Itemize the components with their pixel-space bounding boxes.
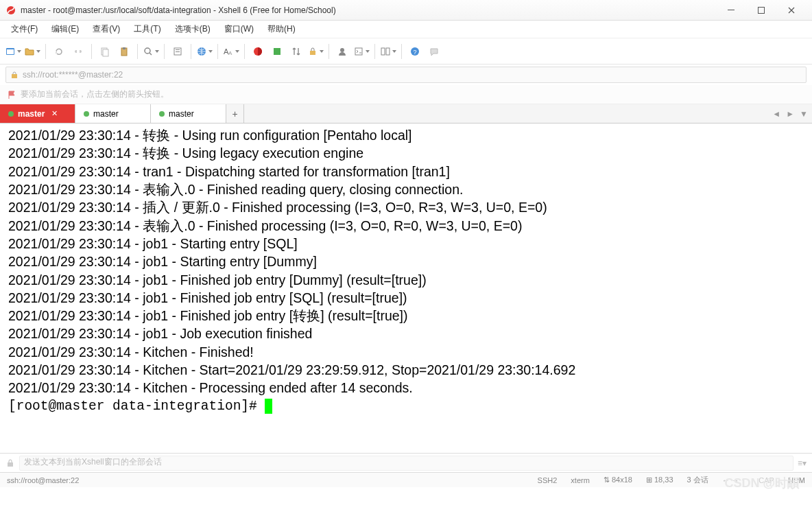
open-icon[interactable] (23, 43, 41, 60)
terminal-line: 2021/01/29 23:30:14 - 转换 - Using legacy … (8, 144, 807, 162)
terminal-line: 2021/01/29 23:30:14 - tran1 - Dispatchin… (8, 163, 807, 180)
status-proto: SSH2 (538, 476, 558, 484)
terminal-line: 2021/01/29 23:30:14 - job1 - Finished jo… (8, 289, 807, 307)
address-input[interactable]: ssh://root:******@master:22 (5, 67, 807, 83)
menu-tools[interactable]: 工具(T) (128, 21, 166, 37)
terminal-line: 2021/01/29 23:30:14 - job1 - Starting en… (8, 235, 807, 253)
status-nav-icon[interactable]: ← → ↑ (722, 476, 745, 484)
svg-rect-14 (176, 51, 180, 52)
hint-text: 要添加当前会话，点击左侧的箭头按钮。 (21, 89, 169, 100)
svg-rect-10 (123, 47, 126, 49)
separator (374, 44, 375, 59)
send-lock-icon[interactable] (5, 458, 15, 468)
tab-master-2[interactable]: master (75, 104, 151, 123)
status-term: xterm (571, 476, 590, 484)
separator (45, 44, 46, 59)
terminal-line: 2021/01/29 23:30:14 - 转换 - Using run con… (8, 126, 807, 144)
separator (217, 44, 218, 59)
globe-icon[interactable] (195, 43, 213, 60)
script-icon[interactable] (353, 43, 370, 60)
copy-icon[interactable] (96, 43, 114, 60)
terminal-prompt[interactable]: [root@master data-integration]# (8, 397, 807, 415)
app-logo-icon (5, 5, 16, 16)
menu-window[interactable]: 窗口(W) (219, 21, 259, 37)
tab-label: master (18, 109, 45, 119)
properties-icon[interactable] (169, 43, 187, 60)
chat-icon[interactable] (425, 43, 443, 60)
tab-add-button[interactable]: + (226, 104, 244, 123)
separator (137, 44, 138, 59)
svg-text:A: A (228, 50, 232, 56)
tab-label: master (93, 109, 119, 119)
new-session-icon[interactable] (4, 43, 22, 60)
title-bar: master - root@master:/usr/local/soft/dat… (0, 0, 812, 21)
highlight-icon[interactable] (268, 43, 286, 60)
menu-edit[interactable]: 编辑(E) (46, 21, 84, 37)
tab-master-3[interactable]: master (151, 104, 226, 123)
flag-icon (7, 90, 16, 99)
close-button[interactable] (776, 1, 807, 20)
reconnect-icon[interactable] (50, 43, 68, 60)
svg-rect-4 (7, 49, 14, 54)
svg-rect-23 (381, 48, 385, 55)
terminal-line: 2021/01/29 23:30:14 - Kitchen - Processi… (8, 379, 807, 397)
tab-list-icon[interactable]: ▼ (800, 109, 808, 119)
layout-icon[interactable] (379, 43, 397, 60)
menu-view[interactable]: 查看(V) (87, 21, 126, 37)
color-theme-icon[interactable] (249, 43, 267, 60)
send-menu-icon[interactable]: ≡▾ (798, 458, 807, 468)
svg-rect-8 (103, 49, 108, 56)
terminal-line: 2021/01/29 23:30:14 - 插入 / 更新.0 - Finish… (8, 198, 807, 216)
separator (164, 44, 165, 59)
minimize-button[interactable] (716, 1, 746, 20)
send-bar: 发送文本到当前Xshell窗口的全部会话 ≡▾ (0, 453, 812, 472)
address-bar: ssh://root:******@master:22 (0, 64, 812, 85)
tab-master-1[interactable]: master ✕ (0, 104, 75, 123)
send-input[interactable]: 发送文本到当前Xshell窗口的全部会话 (19, 456, 793, 471)
cursor-icon (265, 399, 272, 414)
separator (401, 44, 402, 59)
maximize-button[interactable] (746, 1, 776, 20)
menu-bar: 文件(F) 编辑(E) 查看(V) 工具(T) 选项卡(B) 窗口(W) 帮助(… (0, 21, 812, 38)
svg-rect-1 (728, 10, 735, 10)
separator (244, 44, 245, 59)
tab-label: master (169, 109, 194, 119)
separator (191, 44, 191, 59)
help-icon[interactable]: ? (406, 43, 424, 60)
svg-rect-2 (759, 7, 765, 13)
status-address: ssh://root@master:22 (7, 476, 79, 484)
tab-prev-icon[interactable]: ◄ (772, 109, 780, 119)
menu-help[interactable]: 帮助(H) (262, 21, 301, 37)
terminal-line: 2021/01/29 23:30:14 - job1 - Finished jo… (8, 271, 807, 289)
svg-rect-13 (176, 49, 180, 50)
search-icon[interactable] (142, 43, 160, 60)
tabs-nav: ◄ ► ▼ (768, 104, 812, 123)
tab-close-icon[interactable]: ✕ (51, 109, 58, 118)
svg-rect-20 (310, 51, 315, 55)
svg-point-21 (340, 48, 344, 52)
user-icon[interactable] (333, 43, 351, 60)
svg-text:?: ? (414, 49, 417, 56)
status-bar: ssh://root@master:22 SSH2 xterm ⇅ 84x18 … (0, 472, 812, 487)
svg-rect-22 (355, 48, 362, 55)
lock-small-icon (10, 71, 19, 79)
svg-rect-6 (77, 48, 80, 55)
separator (91, 44, 92, 59)
status-dot-icon (8, 111, 14, 117)
menu-tabs[interactable]: 选项卡(B) (169, 21, 216, 37)
menu-file[interactable]: 文件(F) (5, 21, 43, 37)
font-icon[interactable]: AA (222, 43, 240, 60)
tab-next-icon[interactable]: ► (786, 109, 794, 119)
status-caps: CAP (759, 476, 774, 484)
svg-rect-19 (274, 48, 280, 55)
address-text: ssh://root:******@master:22 (23, 70, 123, 80)
session-tabs: master ✕ master master + ◄ ► ▼ (0, 104, 812, 124)
paste-icon[interactable] (115, 43, 133, 60)
window-title: master - root@master:/usr/local/soft/dat… (21, 5, 716, 15)
transfer-icon[interactable] (287, 43, 305, 60)
lock-icon[interactable] (307, 43, 324, 60)
terminal-line: 2021/01/29 23:30:14 - Kitchen - Finished… (8, 343, 807, 361)
terminal-line: 2021/01/29 23:30:14 - job1 - Job executi… (8, 325, 807, 342)
disconnect-icon[interactable] (69, 43, 87, 60)
terminal-output[interactable]: 2021/01/29 23:30:14 - 转换 - Using run con… (0, 124, 812, 453)
